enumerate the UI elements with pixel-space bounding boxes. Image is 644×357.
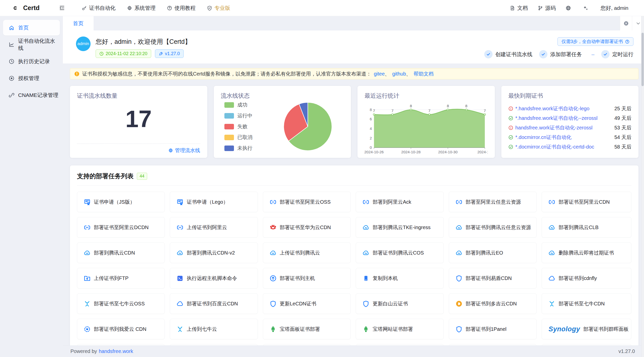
legend-item[interactable]: 成功 [224, 101, 272, 108]
task-item[interactable] [356, 344, 444, 345]
legend-item[interactable]: 已取消 [224, 134, 272, 141]
task-item[interactable]: 复制到本机 [356, 268, 444, 289]
nav-right-item[interactable]: 您好, admin [595, 0, 633, 16]
warning-link[interactable]: github [392, 71, 406, 77]
onboarding-step[interactable]: 创建证书流水线 [484, 50, 532, 58]
onboarding-step[interactable]: 添加部署任务 – [539, 50, 594, 58]
task-item[interactable]: 部署证书至阿里云CDN [542, 192, 631, 212]
brand[interactable]: Certd [11, 3, 39, 13]
nav-right-item[interactable] [561, 0, 578, 16]
nav-menu-item[interactable]: 专业版 [201, 0, 236, 16]
pagoda-icon [270, 326, 276, 333]
task-item[interactable]: 上传证书到FTP [77, 268, 165, 289]
nav-right-item[interactable]: 源码 [533, 0, 561, 16]
sidebar: 首页 证书自动化流水线 执行历史记录 授权管理 CNAME记录管理 [0, 16, 63, 357]
task-item[interactable] [170, 344, 258, 345]
task-item[interactable]: Synology 部署证书到群晖面板 [542, 319, 631, 339]
legend-item[interactable]: 未执行 [224, 145, 272, 152]
task-item[interactable]: 部署证书至七牛云OSS [77, 293, 165, 314]
task-item[interactable]: 部署证书至阿里云DCDN [77, 217, 165, 238]
certd-logo-icon [11, 3, 20, 13]
task-item[interactable]: 部署证书到百度云CDN [170, 293, 258, 314]
svg-text:7: 7 [428, 109, 430, 113]
scrollbar-thumb[interactable] [641, 33, 644, 86]
onboarding-steps: 创建证书流水线 添加部署任务 – 定时运行 [484, 50, 633, 58]
sidebar-item[interactable]: 授权管理 [3, 70, 60, 86]
task-item[interactable]: 部署证书至七牛CDN [542, 293, 631, 314]
task-item[interactable]: 部署到腾讯云TKE-ingress [356, 217, 444, 238]
task-item[interactable]: 部署证书至华为云CDN [263, 217, 351, 238]
aliyun-icon [84, 224, 91, 231]
git-branch-icon [538, 6, 543, 11]
warning-link[interactable]: gitee [374, 71, 385, 77]
manage-pipelines-link[interactable]: 管理流水线 [168, 147, 200, 154]
task-item-label: 部署证书至华为云CDN [280, 224, 331, 231]
task-item[interactable]: 部署证书到1Panel [449, 319, 537, 339]
task-item[interactable] [263, 344, 351, 345]
task-item[interactable]: 部署证书到腾讯云任意云资源 [449, 217, 537, 238]
nav-right-item[interactable] [578, 0, 595, 16]
nav-right-item-label: 文档 [517, 5, 528, 12]
task-item[interactable] [449, 344, 537, 345]
sidebar-item[interactable]: CNAME记录管理 [3, 87, 60, 103]
task-item[interactable]: 部署到腾讯云CLB [542, 217, 631, 238]
close-tabs-button[interactable] [620, 16, 632, 30]
task-item[interactable]: 部署证书到腾讯云COS [356, 242, 444, 263]
task-item[interactable]: 部署到腾讯云EO [449, 242, 537, 263]
task-item[interactable]: 上传到七牛云 [170, 319, 258, 339]
legend-item[interactable]: 运行中 [224, 112, 272, 119]
menu-fold-icon[interactable] [59, 5, 65, 11]
task-item[interactable]: 部署证书到易盾CDN [449, 268, 537, 289]
handsfree-link[interactable]: handsfree.work [99, 348, 133, 354]
task-item[interactable]: 部署至阿里云任意云资源 [449, 192, 537, 212]
nav-menu-item[interactable]: 系统管理 [121, 0, 161, 16]
cert-name-link[interactable]: *.docmirror.cn证书自动化-certd-doc [515, 144, 611, 150]
task-item[interactable]: 更新LeCDN证书 [263, 293, 351, 314]
tab-home-label: 首页 [73, 20, 84, 27]
task-item[interactable]: 上传证书到腾讯云 [263, 242, 351, 263]
sidebar-item[interactable]: 执行历史记录 [3, 54, 60, 69]
task-item[interactable]: 部署证书到主机 [263, 268, 351, 289]
task-item[interactable] [77, 344, 165, 345]
task-item[interactable]: 宝塔面板证书部署 [263, 319, 351, 339]
legend-item[interactable]: 失败 [224, 123, 272, 130]
nav-menu-item[interactable]: 证书自动化 [76, 0, 121, 16]
svg-text:7: 7 [484, 109, 486, 113]
cert-name-link[interactable]: *.handsfree.work证书自动化-lego [515, 105, 611, 112]
sidebar-item[interactable]: 证书自动化流水线 [3, 37, 60, 52]
tab-home[interactable]: 首页 [63, 16, 94, 30]
nav-menu-item-label: 系统管理 [134, 5, 155, 12]
cname-icon [9, 92, 14, 98]
task-item[interactable]: 证书申请（JS版） [77, 192, 165, 212]
nav-right-item[interactable]: 文档 [505, 0, 533, 16]
quick-start-pill[interactable]: 仅需3步，全自动申请部署证书 [557, 37, 633, 46]
task-item[interactable]: 删除腾讯云即将过期证书 [542, 242, 631, 263]
sidebar-item[interactable]: 首页 [3, 20, 60, 35]
task-item[interactable]: 部署证书到我爱云 CDN [77, 319, 165, 339]
task-item[interactable]: 部署证书到cdnfly [542, 268, 631, 289]
chevron-down-icon [636, 21, 641, 26]
task-item[interactable]: 部署证书至阿里云OSS [263, 192, 351, 212]
qiniu-icon [548, 300, 555, 307]
onboarding-step[interactable]: 定时运行 [601, 50, 633, 58]
cert-name-link[interactable]: *.handsfree.work证书自动化--zerossl [515, 115, 611, 122]
task-item[interactable]: 更新白山云证书 [356, 293, 444, 314]
task-item-label: 部署到腾讯云CDN-v2 [187, 249, 235, 256]
task-item[interactable]: 部署证书到多吉云CDN [449, 293, 537, 314]
task-item[interactable]: 部署到阿里云Ack [356, 192, 444, 212]
avatar: admin [76, 37, 91, 51]
task-item[interactable]: 部署到腾讯云CDN-v2 [170, 242, 258, 263]
task-item[interactable] [542, 344, 631, 345]
onboarding-step-label: 定时运行 [612, 51, 633, 58]
cert-name-link[interactable]: *.docmirror.cn证书自动化 [515, 134, 611, 141]
task-item[interactable]: 执行远程主机脚本命令 [170, 268, 258, 289]
nav-menu-item[interactable]: 使用教程 [161, 0, 201, 16]
task-item[interactable]: 部署到腾讯云CDN [77, 242, 165, 263]
task-item-label: 删除腾讯云即将过期证书 [558, 249, 614, 256]
warning-link[interactable]: 帮助文档 [414, 71, 434, 77]
deploy-tasks-grid: 证书申请（JS版） 证书申请（Lego） 部署证书至阿里云OSS 部署到阿里云A… [77, 192, 631, 345]
task-item[interactable]: 宝塔网站证书部署 [356, 319, 444, 339]
task-item[interactable]: 上传证书到阿里云 [170, 217, 258, 238]
task-item[interactable]: 证书申请（Lego） [170, 192, 258, 212]
cert-name-link[interactable]: handsfree.work证书自动化-zerossl [515, 124, 611, 131]
